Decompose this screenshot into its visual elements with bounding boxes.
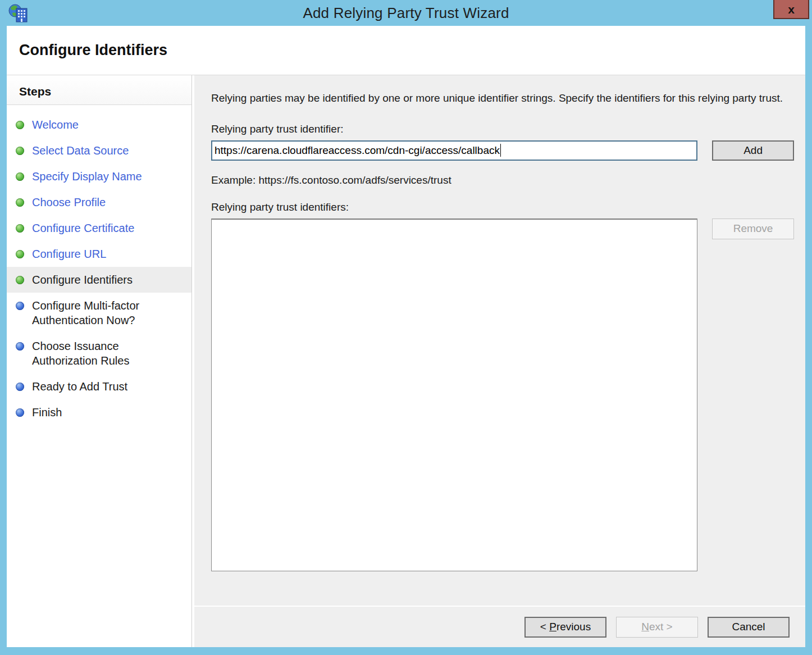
remove-button[interactable]: Remove [712, 219, 794, 239]
step-upcoming-bullet-icon [16, 408, 24, 417]
step-configure-identifiers-current: Configure Identifiers [7, 267, 191, 293]
previous-button[interactable]: < Previous [524, 617, 606, 638]
next-button[interactable]: Next > [616, 617, 698, 638]
step-done-bullet-icon [16, 172, 24, 181]
step-done-bullet-icon [16, 224, 24, 233]
identifier-input-value: https://carena.cloudflareaccess.com/cdn-… [215, 144, 500, 157]
step-select-data-source: Select Data Source [7, 138, 191, 163]
title-bar: Add Relying Party Trust Wizard x [0, 0, 812, 26]
steps-list: Welcome Select Data Source Specify Displ… [7, 105, 191, 425]
step-configure-mfa: Configure Multi-factor Authentication No… [7, 293, 191, 333]
cancel-button[interactable]: Cancel [708, 617, 790, 638]
step-done-bullet-icon [16, 147, 24, 155]
example-text: Example: https://fs.contoso.com/adfs/ser… [211, 174, 794, 187]
steps-heading: Steps [7, 75, 191, 105]
adfs-app-icon [8, 3, 28, 25]
step-configure-url: Configure URL [7, 241, 191, 267]
page-header: Configure Identifiers [7, 26, 805, 75]
window-title: Add Relying Party Trust Wizard [303, 4, 509, 22]
step-choose-profile: Choose Profile [7, 189, 191, 215]
step-welcome: Welcome [7, 112, 191, 138]
step-choose-issuance-rules: Choose Issuance Authorization Rules [7, 333, 191, 374]
wizard-footer: < Previous Next > Cancel [194, 606, 805, 647]
identifier-field-label: Relying party trust identifier: [211, 123, 794, 135]
wizard-window: Add Relying Party Trust Wizard x Configu… [0, 0, 812, 655]
step-done-bullet-icon [16, 250, 24, 258]
main-content: Relying parties may be identified by one… [194, 75, 805, 606]
identifiers-listbox[interactable] [211, 219, 697, 571]
step-upcoming-bullet-icon [16, 383, 24, 391]
step-specify-display-name: Specify Display Name [7, 163, 191, 189]
intro-text: Relying parties may be identified by one… [211, 91, 794, 106]
step-upcoming-bullet-icon [16, 302, 24, 310]
step-done-bullet-icon [16, 276, 24, 284]
identifiers-list-label: Relying party trust identifiers: [211, 201, 794, 213]
step-configure-certificate: Configure Certificate [7, 215, 191, 241]
step-upcoming-bullet-icon [16, 342, 24, 351]
close-icon: x [788, 3, 795, 15]
steps-sidebar: Steps Welcome Select Data Source Specify… [7, 75, 192, 647]
step-done-bullet-icon [16, 198, 24, 207]
add-button[interactable]: Add [712, 140, 794, 161]
step-done-bullet-icon [16, 121, 24, 129]
step-ready-to-add-trust: Ready to Add Trust [7, 374, 191, 399]
close-button[interactable]: x [773, 0, 809, 19]
text-caret [500, 144, 501, 157]
page-title: Configure Identifiers [19, 42, 167, 59]
identifier-input[interactable]: https://carena.cloudflareaccess.com/cdn-… [211, 140, 697, 161]
step-finish: Finish [7, 399, 191, 425]
